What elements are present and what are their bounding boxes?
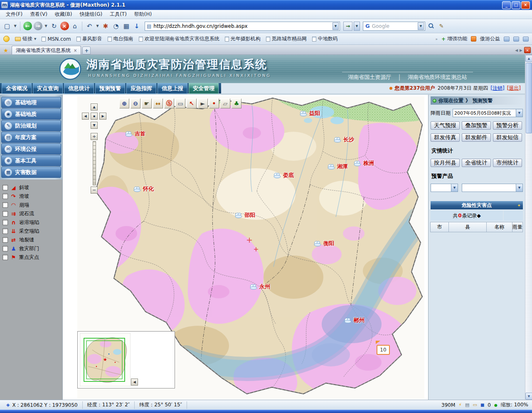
feed-icon[interactable] — [513, 37, 519, 42]
panels-icon[interactable]: ▦ — [122, 21, 131, 32]
minimize-button[interactable]: _ — [502, 1, 511, 9]
active-tab[interactable]: 湖南省地质灾害信息系统 × — [12, 46, 81, 54]
scroll-down-icon[interactable]: ▼ — [525, 393, 532, 400]
tab-close-icon[interactable]: × — [74, 48, 77, 53]
exit-link[interactable]: [退出] — [507, 85, 521, 92]
益阳[interactable]: 益阳 — [299, 110, 320, 117]
legend-tool[interactable]: ♣ — [232, 98, 241, 108]
衡阳[interactable]: 衡阳 — [313, 240, 334, 247]
danger-panel-header[interactable]: 危险性灾害点 ✦ — [431, 201, 523, 209]
pan-up-button[interactable]: ▲ — [91, 103, 98, 111]
layer-checkbox[interactable] — [2, 246, 8, 251]
links-bar-item[interactable]: MSN.com — [42, 35, 71, 42]
menu-item[interactable]: 收藏(B) — [51, 10, 76, 19]
overview-collapse-button[interactable]: ◀ — [131, 379, 138, 386]
mark-point-tool[interactable]: • — [209, 98, 219, 108]
stop-icon[interactable]: × — [60, 22, 69, 30]
maxthon-charity-icon[interactable] — [471, 36, 476, 42]
address-dropdown-icon[interactable]: ▼ — [332, 22, 339, 30]
charity-link[interactable]: 傲游公益 — [480, 35, 500, 42]
favorites-star-icon[interactable]: ★ — [1, 46, 10, 54]
links-bar-item[interactable]: 觅路城市精品网 — [266, 35, 307, 42]
forward-icon[interactable]: → — [34, 22, 42, 30]
layer-checkbox[interactable] — [2, 202, 8, 208]
boost-icon[interactable]: ⚡ — [458, 402, 462, 408]
overview-map[interactable]: ★ — [80, 333, 131, 386]
links-bar-item[interactable]: 暴风影音 — [76, 35, 102, 42]
layer-checkbox[interactable] — [2, 237, 8, 243]
layer-checkbox[interactable] — [2, 194, 8, 199]
stats-button[interactable]: 全省统计 — [462, 159, 491, 167]
nav-tab[interactable]: 预测预警 — [95, 83, 125, 94]
nav-tab[interactable]: 信息统计 — [64, 83, 94, 94]
stats-button[interactable]: 市州统计 — [493, 159, 522, 167]
links-bar-item[interactable]: 中地数码 — [312, 35, 338, 42]
links-bar-item[interactable]: 电台指南 — [108, 35, 133, 42]
folder-icon[interactable]: ▭ — [473, 402, 477, 408]
highlight-icon[interactable]: ✎ — [437, 21, 446, 32]
links-menu[interactable]: 链接 ▼ — [15, 35, 36, 42]
action-button[interactable]: 群发邮件 — [462, 133, 491, 142]
zoom-out-tool[interactable]: ⊖ — [131, 98, 140, 108]
widget-icon[interactable] — [523, 37, 529, 42]
measure-tool[interactable]: ↔ — [153, 98, 163, 108]
pan-right-button[interactable]: ▶ — [99, 113, 106, 120]
more-links-icon[interactable]: » — [435, 37, 438, 41]
back-icon[interactable]: ← — [23, 22, 32, 30]
menu-item[interactable]: 快捷组(G) — [76, 10, 106, 19]
printer-icon[interactable]: ▤ — [465, 402, 469, 408]
home-icon[interactable]: ⌂ — [70, 21, 79, 32]
layer-checkbox[interactable] — [2, 211, 8, 216]
collapse-icon[interactable]: ✦ — [517, 203, 521, 208]
download-icon[interactable]: ↓ — [132, 21, 141, 32]
links-bar-item[interactable]: 欢迎登陆湖南省地质灾害信息系统 — [139, 35, 219, 42]
吉首[interactable]: 吉首 — [124, 130, 145, 138]
sidebar-section-button[interactable]: ◎ 基础地理 — [1, 97, 61, 108]
search-icon[interactable] — [426, 21, 436, 32]
clock-icon[interactable]: ◔ — [111, 21, 121, 32]
search-placeholder[interactable]: Google — [372, 23, 416, 29]
scrollbar-thumb[interactable] — [526, 63, 532, 133]
rain-date-select[interactable]: 2007年05月05日08时实况 ▼ — [453, 109, 523, 117]
sidebar-section-button[interactable]: ◉ 基础地质 — [1, 108, 61, 120]
怀化[interactable]: 怀化 — [133, 185, 154, 193]
eraser-tool[interactable]: ▱ — [220, 98, 230, 108]
layer-checkbox[interactable] — [2, 185, 8, 190]
stats-button[interactable]: 按月州县 — [431, 159, 460, 167]
娄底[interactable]: 娄底 — [273, 172, 294, 179]
logout-link[interactable]: [注销] — [490, 85, 504, 92]
undo-dropdown-icon[interactable]: ▼ — [95, 21, 100, 32]
go-dropdown-icon[interactable]: ▼ — [354, 22, 360, 31]
永州[interactable]: 永州 — [249, 283, 270, 290]
sidebar-section-button[interactable]: ▤ 年度方案 — [1, 132, 61, 143]
sidebar-section-button[interactable]: ⊗ 基本工具 — [1, 155, 61, 166]
menu-item[interactable]: 查看(V) — [26, 10, 51, 19]
layer-checkbox[interactable] — [2, 220, 8, 225]
layer-checkbox[interactable] — [2, 255, 8, 260]
menu-item[interactable]: 帮助(H) — [131, 10, 155, 19]
株洲[interactable]: 株洲 — [353, 160, 374, 167]
history-dropdown-icon[interactable]: ▼ — [44, 21, 48, 32]
nav-tab[interactable]: 应急指挥 — [126, 83, 156, 94]
pan-down-button[interactable]: ▼ — [91, 122, 98, 129]
pan-center-button[interactable]: ▪ — [91, 113, 98, 120]
zoom-in-button[interactable]: + — [91, 133, 98, 140]
search-dropdown-icon[interactable]: ▼ — [418, 22, 424, 30]
select-circle-tool[interactable]: Ⓢ — [164, 98, 174, 108]
link-geo-monitoring[interactable]: 湖南省地质环境监测总站 — [408, 74, 467, 81]
sidebar-section-button[interactable]: ✉ 环境公报 — [1, 143, 61, 155]
layer-checkbox[interactable] — [2, 229, 8, 234]
action-button[interactable]: 群发短信 — [493, 133, 522, 142]
pan-tool[interactable]: ☛ — [142, 98, 152, 108]
nav-tab[interactable]: 灾点查询 — [33, 83, 63, 94]
zoom-out-button[interactable]: − — [91, 187, 98, 194]
tab-scroll-left-icon[interactable]: ◀ — [515, 48, 518, 52]
nav-tab[interactable]: 信息上报 — [158, 83, 187, 94]
new-tab-button[interactable]: + — [82, 47, 91, 54]
zoom-in-tool[interactable]: ⊕ — [119, 98, 129, 108]
zoom-level[interactable]: 缩放: 100% — [501, 401, 528, 408]
tab-scroll-right-icon[interactable]: ▶ — [520, 48, 522, 52]
menu-item[interactable]: 文件(F) — [2, 10, 26, 19]
product-select-1[interactable]: ▼ — [431, 184, 458, 192]
close-button[interactable]: × — [521, 1, 530, 9]
